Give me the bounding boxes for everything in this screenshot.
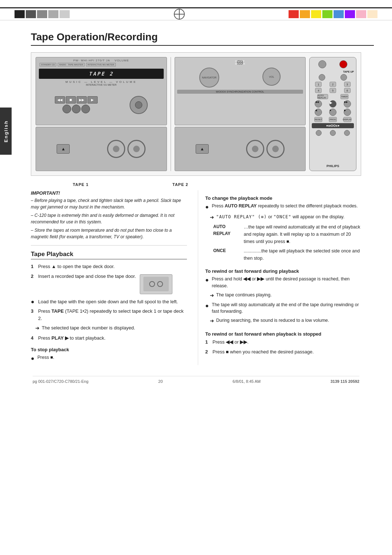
remote-2[interactable]: 2 [330, 82, 336, 87]
ctrl-btn-tape[interactable] [72, 105, 81, 113]
remote-row-auto: AUTO REPLAY TIMER [312, 94, 354, 99]
remote-mute[interactable] [319, 74, 325, 81]
tape-image-placeholder [140, 274, 172, 294]
right-controls-top: ON/OFF WOOOX [176, 59, 304, 66]
remote-play[interactable]: ▶ [329, 100, 336, 108]
remote-5[interactable]: 5 [330, 88, 336, 93]
remote-top-btns [312, 60, 354, 68]
remote-playback-row: ◀◀ ▶ ▶▶ [312, 100, 354, 108]
remote-1[interactable]: 1 [315, 82, 322, 87]
remote-nav-row: ◀ ■ ▶ [312, 109, 354, 116]
tape-deck-bottom: ▲ [36, 127, 167, 171]
ctrl-btn[interactable]: ▶ [87, 96, 98, 104]
remote-tape-btn[interactable] [339, 60, 347, 68]
remote-extra-row: RESET PROG DISPLAY [312, 117, 354, 122]
woox-label: WOOOX SYNCHRONIZATION CONTROL [177, 90, 303, 94]
eject-btn-left[interactable]: ▲ [57, 144, 70, 154]
remote-auto-replay[interactable]: AUTO REPLAY [317, 94, 328, 99]
volume-knob-right[interactable]: VOL [262, 68, 281, 86]
mode-once: ONCE ..............the tape will playbac… [213, 247, 362, 262]
step-1-text: Press ▲ to open the tape deck door. [38, 263, 115, 270]
rewind-arrow-text-2: During searching, the sound is reduced t… [216, 317, 329, 325]
remote-6[interactable]: 6 [344, 88, 351, 93]
philips-brand: PHILIPS [312, 164, 354, 168]
bullet-dot: ● [31, 354, 35, 363]
remote-timer[interactable]: TIMER [340, 94, 348, 99]
remote-ff[interactable]: ▶▶ [344, 100, 351, 108]
mode-name-auto: AUTO REPLAY [213, 223, 242, 245]
ctrl-btn[interactable]: ▶▶ [77, 96, 87, 104]
remote-b3[interactable] [344, 130, 350, 136]
remote-num-row: 1 2 3 [312, 82, 354, 87]
divider [171, 57, 171, 171]
tape-playback-steps: 1 Press ▲ to open the tape deck door. 2 [31, 263, 187, 342]
footer-right: 6/8/01, 8:45 AM [233, 379, 261, 384]
color-block-purple [345, 10, 355, 18]
important-section: IMPORTANT! – Before playing a tape, chec… [31, 190, 187, 240]
left-column: IMPORTANT! – Before playing a tape, chec… [31, 190, 198, 365]
remote-stop[interactable]: ■ [329, 109, 336, 116]
footer-center: 20 [158, 379, 163, 384]
volume-knob[interactable] [130, 96, 148, 114]
remote-rew[interactable]: ◀◀ [315, 100, 322, 108]
arrow-symbol: ➜ [210, 214, 214, 221]
color-block [48, 10, 58, 18]
important-point-1: – Before playing a tape, check and tight… [31, 197, 187, 210]
remote-bottom-btns [312, 130, 354, 136]
crosshair-marker [70, 8, 289, 21]
important-point-2: – C-120 tape is extremely thin and is ea… [31, 212, 187, 225]
navigator-knob[interactable]: NAVIGATOR [199, 68, 219, 88]
bullet-dot: ● [205, 276, 210, 289]
step-2-text: Insert a recorded tape and close the tap… [38, 273, 172, 296]
btn[interactable]: ON/OFF WOOOX [237, 60, 243, 65]
ctrl-btn-prog[interactable] [81, 105, 90, 113]
color-block-green [322, 10, 332, 18]
remote-reset[interactable]: RESET [314, 117, 322, 122]
tape-deck-right: ON/OFF WOOOX NAVIGATOR VOL WOOOX SYNCHRO… [175, 57, 306, 171]
remote-b2[interactable] [330, 130, 336, 136]
step-num: 2 [205, 348, 211, 356]
remote-4[interactable]: 4 [315, 88, 322, 93]
rewind-ff-playback-heading: To rewind or fast forward during playbac… [205, 268, 362, 274]
bullet-dot: ● [205, 203, 210, 211]
rewind-stopped-step-1: 1 Press ◀◀ or ▶▶. [205, 339, 362, 346]
remote-next[interactable]: ▶ [344, 109, 351, 116]
arrow-symbol: ➜ [210, 317, 214, 325]
eject-btn-right[interactable]: ▲ [196, 144, 209, 154]
change-mode-step-1: ● Press AUTO REPLAY repeatedly to select… [205, 203, 362, 211]
stop-text: Press ■. [37, 354, 54, 363]
ctrl-btn[interactable]: ◀◀ [55, 96, 65, 104]
color-block [15, 10, 25, 18]
ctrl-btn[interactable]: ⏹ [66, 96, 76, 104]
tape-deck-right-top: ON/OFF WOOOX NAVIGATOR VOL WOOOX SYNCHRO… [175, 57, 306, 125]
remote-3[interactable]: 3 [344, 82, 351, 87]
rewind-ff-playback-steps: ● Press and hold ◀◀ or ▶▶ until the desi… [205, 276, 362, 325]
rewind-text-1: Press and hold ◀◀ or ▶▶ until the desire… [212, 276, 362, 289]
color-blocks-left [15, 10, 70, 18]
footer-barcode: 3139 115 20592 [330, 379, 359, 384]
rewind-stopped-heading: To rewind or fast forward when playback … [205, 331, 362, 337]
step-num-2: 2 [31, 273, 36, 296]
step-num-3: 3 [31, 308, 36, 322]
remote-prog[interactable]: PROG [329, 117, 337, 122]
change-mode-heading: To change the playback mode [205, 195, 362, 201]
remote-power-btn[interactable] [318, 60, 326, 68]
step-3: 3 Press TAPE (TAPE 1•2) repeatedly to se… [31, 308, 187, 322]
step-load-text: Load the tape with the open side down an… [38, 298, 178, 305]
tape-deck-left: FW- MHI-HFI 270/T JA VOLUME STANDBY CD R… [36, 57, 167, 171]
page-title: Tape Operation/Recording [31, 31, 374, 46]
remote-display[interactable]: DISPLAY [343, 117, 351, 122]
remote-b1[interactable] [316, 130, 322, 136]
color-block [26, 10, 36, 18]
remote-prev[interactable]: ◀ [315, 109, 322, 116]
page: English Tape Operation/Recording FW- MHI… [0, 20, 392, 398]
ctrl-btn-source[interactable] [62, 105, 71, 113]
step-2: 2 Insert a recorded tape and close the t… [31, 273, 187, 296]
color-block [60, 10, 70, 18]
color-block-peach [367, 10, 377, 18]
remote-vol-up[interactable] [340, 74, 347, 81]
footer: pg 001-027/C720-C780/21-Eng 20 6/8/01, 8… [33, 376, 359, 384]
change-mode-arrow: ➜ "AUTO REPLAY" (≡) or "ONCE" will appea… [210, 214, 362, 221]
tape-label-1: TAPE 1 [73, 182, 89, 187]
important-title: IMPORTANT! [31, 190, 187, 196]
